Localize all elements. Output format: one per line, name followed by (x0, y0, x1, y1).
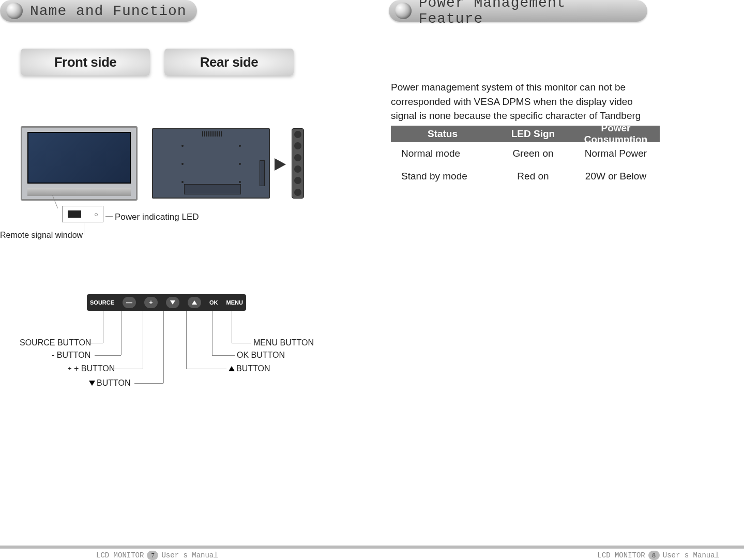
footer-right: LCD MONITOR 8 User s Manual (597, 551, 719, 560)
tab-front-label: Front side (54, 54, 117, 70)
remote-window-icon (68, 210, 81, 218)
tab-rear-side: Rear side (164, 49, 294, 75)
section-header-left: Name and Function (0, 0, 197, 22)
table-row: Normal mode Green on Normal Power (391, 142, 660, 165)
callout-line (232, 311, 232, 343)
power-led-icon (95, 213, 98, 216)
up-button-label: BUTTON (229, 364, 270, 373)
callout-line (111, 369, 143, 369)
callout-line (186, 311, 187, 369)
page-number-right: 8 (648, 551, 660, 560)
callout-line (212, 311, 212, 355)
footer-prefix: LCD MONITOR (96, 551, 144, 559)
button-bar-illustration: SOURCE — + OK MENU (87, 294, 246, 311)
footer-suffix: User s Manual (663, 551, 719, 559)
mount-hole-icon (181, 163, 184, 165)
bullet-sphere-icon (6, 3, 23, 19)
cell-led: Red on (494, 171, 572, 182)
footer-separator (0, 546, 744, 549)
page-number-left: 7 (147, 551, 158, 560)
monitor-bezel (27, 188, 131, 196)
cell-status: Stand by mode (391, 171, 494, 182)
triangle-down-icon (89, 381, 95, 386)
mount-hole-icon (239, 181, 241, 183)
mount-hole-icon (239, 145, 241, 147)
cell-status: Normal mode (391, 148, 494, 159)
table-header: Status LED Sign Power Consumption (391, 126, 660, 142)
minus-button-label: - BUTTON (52, 351, 90, 360)
arrow-right-icon (275, 158, 286, 171)
section-title-left: Name and Function (30, 3, 187, 19)
menu-button-label: MENU BUTTON (253, 338, 314, 347)
cell-led: Green on (494, 148, 572, 159)
tab-rear-label: Rear side (200, 54, 259, 70)
monitor-rear-illustration (152, 128, 270, 199)
front-detail-callout (62, 206, 103, 222)
ok-button: OK (209, 299, 218, 306)
callout-line (91, 343, 103, 343)
callout-line (121, 311, 122, 355)
source-button-label: SOURCE BUTTON (20, 338, 91, 347)
header-consumption: Power Consumption (572, 123, 660, 145)
menu-button: MENU (226, 299, 243, 306)
power-led-label: Power indicating LED (115, 212, 199, 222)
callout-line (232, 343, 251, 343)
callout-line (105, 216, 113, 217)
side-button-icon (294, 131, 301, 138)
side-button-icon (294, 177, 301, 184)
mount-hole-icon (239, 163, 241, 165)
bullet-sphere-icon (395, 3, 412, 19)
header-status: Status (391, 128, 494, 140)
table-row: Stand by mode Red on 20W or Below (391, 165, 660, 188)
callout-line (143, 311, 143, 369)
down-button (166, 297, 179, 308)
footer-left: LCD MONITOR 7 User s Manual (96, 551, 218, 560)
cell-consumption: 20W or Below (572, 171, 660, 182)
tab-front-side: Front side (21, 49, 150, 75)
cell-consumption: Normal Power (572, 148, 660, 159)
ok-button-label: OK BUTTON (237, 351, 285, 360)
monitor-front-illustration (21, 126, 138, 201)
down-button-label: BUTTON (89, 379, 130, 388)
footer-prefix: LCD MONITOR (597, 551, 645, 559)
triangle-down-icon (170, 300, 175, 305)
callout-line (163, 311, 164, 383)
plus-button: + (144, 297, 158, 308)
callout-line (212, 355, 235, 356)
rear-side-buttons (260, 160, 265, 186)
callout-line (95, 355, 121, 356)
rear-panel (184, 184, 241, 194)
vent-icon (202, 131, 223, 137)
callout-line (103, 311, 103, 343)
callout-line (186, 369, 226, 369)
minus-button: — (123, 297, 136, 308)
mount-hole-icon (181, 181, 184, 183)
power-table: Status LED Sign Power Consumption Normal… (391, 126, 660, 188)
side-button-icon (294, 189, 301, 196)
side-button-icon (294, 142, 301, 149)
source-button: SOURCE (90, 299, 114, 306)
side-button-cluster (292, 128, 304, 199)
callout-line (84, 223, 84, 235)
section-header-right: Power Management Feature (389, 0, 647, 22)
triangle-up-icon (229, 366, 235, 371)
callout-line (134, 383, 163, 384)
up-button (188, 297, 201, 308)
remote-window-label: Remote signal window (0, 231, 83, 240)
footer-suffix: User s Manual (161, 551, 218, 559)
plus-button-label: + + BUTTON (68, 364, 115, 373)
triangle-up-icon (192, 300, 197, 305)
monitor-screen (27, 132, 131, 184)
header-led: LED Sign (494, 128, 572, 140)
section-title-right: Power Management Feature (419, 0, 637, 27)
side-button-icon (294, 154, 301, 161)
mount-hole-icon (181, 145, 184, 147)
side-button-icon (294, 165, 301, 173)
